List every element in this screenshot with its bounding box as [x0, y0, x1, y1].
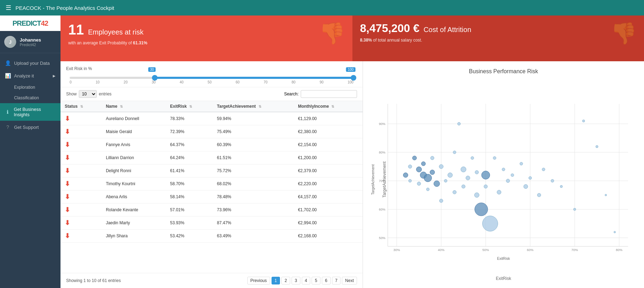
- cell-name-7: Rolande Kevante: [102, 204, 166, 217]
- page-1-button[interactable]: 1: [272, 277, 280, 284]
- svg-point-37: [439, 164, 443, 169]
- svg-point-29: [417, 182, 421, 186]
- slider-thumb-right[interactable]: 100: [351, 75, 356, 81]
- slider-thumb-left[interactable]: 30: [152, 75, 158, 81]
- cell-exit-3: 64.24%: [166, 151, 212, 164]
- page-7-button[interactable]: 7: [332, 277, 341, 284]
- page-4-button[interactable]: 4: [302, 277, 311, 284]
- svg-text:60%: 60%: [379, 208, 385, 211]
- table-row: ⬇ Delight Ronni 61.41% 75.72% €2,379.00: [60, 164, 363, 177]
- svg-point-44: [461, 167, 466, 172]
- status-icon-5: ⬇: [65, 180, 70, 187]
- cell-target-7: 73.96%: [213, 204, 294, 217]
- svg-text:ExitRisk: ExitRisk: [497, 257, 510, 261]
- sidebar-item-upload-label: Upload your Data: [14, 61, 50, 66]
- user-name: Johannes: [20, 37, 41, 43]
- cell-exit-0: 78.33%: [166, 112, 212, 125]
- tick-80: 80: [292, 80, 295, 84]
- topbar: ☰ PEACOCK - The People Analytics Cockpit: [0, 0, 644, 15]
- prev-button[interactable]: Previous: [247, 277, 270, 284]
- cell-income-0: €1,129.00: [294, 112, 363, 125]
- sidebar-item-support-label: Get Support: [14, 125, 39, 130]
- next-button[interactable]: Next: [342, 277, 357, 284]
- svg-point-52: [484, 185, 487, 188]
- svg-point-36: [434, 181, 440, 187]
- svg-point-62: [537, 193, 541, 197]
- col-exit-risk[interactable]: ExitRisk ⇅: [166, 101, 212, 112]
- sidebar-item-upload[interactable]: 👤 Upload your Data: [0, 57, 60, 69]
- scatter-container: TargetAchievement 50%60%70%80%90%30%40%5…: [370, 78, 637, 281]
- svg-text:30%: 30%: [394, 248, 400, 252]
- chart-title: Business Performance Risk: [370, 68, 637, 75]
- svg-text:50%: 50%: [483, 248, 489, 252]
- status-icon-1: ⬇: [65, 128, 70, 135]
- cell-name-4: Delight Ronni: [102, 164, 166, 177]
- y-axis-label: TargetAchievement: [382, 162, 387, 198]
- tick-60: 60: [236, 80, 240, 84]
- table-row: ⬇ Timothy Kourtni 58.70% 68.02% €2,220.0…: [60, 177, 363, 190]
- page-2-button[interactable]: 2: [281, 277, 290, 284]
- sidebar-item-classification[interactable]: Classification: [0, 93, 60, 103]
- cell-target-2: 60.39%: [213, 138, 294, 151]
- svg-text:80%: 80%: [379, 151, 385, 154]
- svg-point-38: [439, 199, 443, 202]
- slider-section: Exit Risk in % 30 100 0: [60, 61, 363, 87]
- page-5-button[interactable]: 5: [312, 277, 320, 284]
- col-name[interactable]: Name ⇅: [102, 101, 166, 112]
- sidebar-item-support[interactable]: ? Get Support: [0, 121, 60, 133]
- col-status[interactable]: Status ⇅: [60, 101, 102, 112]
- table-section: Exit Risk in % 30 100 0: [60, 61, 363, 288]
- sidebar-item-analyze[interactable]: 📊 Analyze it ▶: [0, 69, 60, 82]
- show-label: Show: [66, 92, 77, 96]
- status-icon-2: ⬇: [65, 141, 70, 148]
- cell-exit-9: 53.42%: [166, 230, 212, 243]
- page-6-button[interactable]: 6: [322, 277, 331, 284]
- cell-status-6: ⬇: [60, 190, 102, 204]
- kpi-left-sub-value: 61.31%: [133, 40, 147, 45]
- user-subtitle: Predict42: [20, 43, 41, 47]
- svg-point-31: [421, 162, 426, 166]
- entries-select[interactable]: 10 25 50 100: [79, 90, 97, 98]
- page-3-button[interactable]: 3: [292, 277, 300, 284]
- search-input[interactable]: [301, 90, 357, 98]
- avatar: J: [4, 36, 16, 48]
- kpi-left-sub-prefix: with an average Exit Probability of: [68, 40, 133, 45]
- cell-exit-7: 57.01%: [166, 204, 212, 217]
- svg-point-65: [560, 185, 563, 188]
- cell-status-1: ⬇: [60, 125, 102, 138]
- sidebar-item-insights[interactable]: ℹ Get Business Insights: [0, 103, 60, 121]
- col-income[interactable]: MonthlyIncome ⇅: [294, 101, 363, 112]
- svg-point-68: [596, 145, 598, 148]
- cell-income-5: €2,220.00: [294, 177, 363, 190]
- slider-badge-left: 30: [148, 67, 156, 72]
- cell-target-8: 87.47%: [213, 217, 294, 230]
- cell-name-5: Timothy Kourtni: [102, 177, 166, 190]
- cell-status-5: ⬇: [60, 177, 102, 190]
- svg-text:40%: 40%: [438, 248, 445, 252]
- sidebar-item-insights-label: Get Business Insights: [14, 107, 56, 117]
- svg-text:60%: 60%: [527, 248, 534, 252]
- cell-income-1: €2,380.00: [294, 125, 363, 138]
- content-area: Exit Risk in % 30 100 0: [60, 61, 644, 288]
- table-row: ⬇ Jaedin Marty 53.93% 87.47% €2,994.00: [60, 217, 363, 230]
- cell-name-1: Maisie Gerald: [102, 125, 166, 138]
- table-controls: Show 10 25 50 100 entries Search:: [60, 87, 363, 101]
- table-footer: Showing 1 to 10 of 61 entries Previous 1…: [60, 273, 363, 288]
- cell-target-9: 63.49%: [213, 230, 294, 243]
- slider-label: Exit Risk in %: [66, 66, 357, 71]
- svg-point-32: [424, 174, 432, 182]
- tick-10: 10: [96, 80, 100, 84]
- cell-status-2: ⬇: [60, 138, 102, 151]
- cell-income-9: €2,168.00: [294, 230, 363, 243]
- svg-point-25: [408, 165, 412, 168]
- sidebar-item-exploration[interactable]: Exploration: [0, 82, 60, 93]
- table-row: ⬇ Rolande Kevante 57.01% 73.96% €1,702.0…: [60, 204, 363, 217]
- svg-point-54: [493, 157, 496, 159]
- pagination: Previous 1 2 3 4 5 6 7 Next: [247, 277, 357, 284]
- cell-status-8: ⬇: [60, 217, 102, 230]
- col-target[interactable]: TargetAchievement ⇅: [213, 101, 294, 112]
- menu-icon[interactable]: ☰: [6, 4, 11, 12]
- cell-target-3: 61.51%: [213, 151, 294, 164]
- svg-point-40: [448, 173, 452, 177]
- chevron-icon: ▶: [53, 74, 56, 78]
